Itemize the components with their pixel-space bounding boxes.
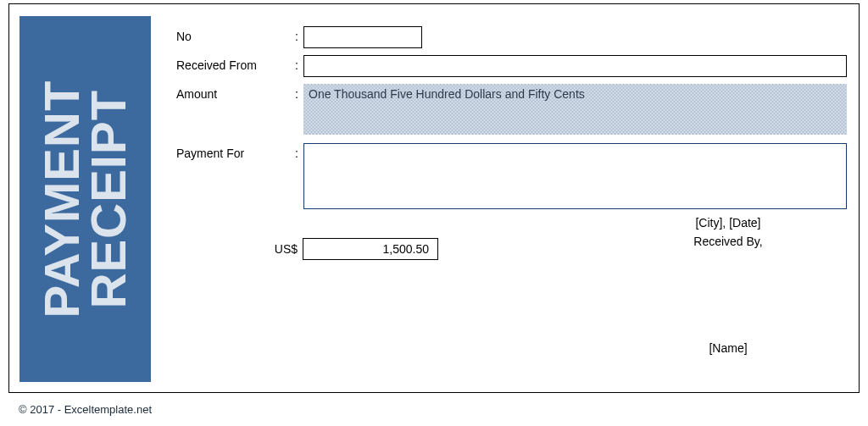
no-label: No: [176, 26, 295, 43]
currency-label: US$: [255, 242, 303, 256]
payment-for-label: Payment For: [176, 143, 295, 160]
signature-name: [Name]: [609, 341, 847, 355]
amount-label: Amount: [176, 84, 295, 101]
footer-copyright: © 2017 - Exceltemplate.net: [19, 403, 152, 416]
received-from-input[interactable]: [303, 55, 847, 77]
row-amount: Amount : One Thousand Five Hundred Dolla…: [176, 84, 847, 135]
title-text: PAYMENT RECEIPT: [38, 80, 131, 318]
colon: :: [295, 55, 303, 72]
colon: :: [295, 143, 303, 160]
colon: :: [295, 84, 303, 101]
receipt-container: PAYMENT RECEIPT No : Received From : Amo…: [8, 3, 860, 393]
signature-section: [City], [Date] Received By, [Name]: [609, 216, 847, 355]
city-date: [City], [Date]: [609, 216, 847, 230]
currency-value[interactable]: 1,500.50: [303, 238, 438, 260]
no-input[interactable]: [303, 26, 422, 48]
received-by-label: Received By,: [609, 235, 847, 248]
row-no: No :: [176, 26, 847, 48]
payment-for-input[interactable]: [303, 143, 847, 209]
row-received-from: Received From :: [176, 55, 847, 77]
form-area: No : Received From : Amount : One Thousa…: [176, 26, 847, 216]
colon: :: [295, 26, 303, 43]
title-banner: PAYMENT RECEIPT: [19, 16, 151, 382]
row-payment-for: Payment For :: [176, 143, 847, 209]
title-line2: RECEIPT: [81, 90, 136, 308]
amount-words: One Thousand Five Hundred Dollars and Fi…: [303, 84, 847, 135]
received-from-label: Received From: [176, 55, 295, 72]
